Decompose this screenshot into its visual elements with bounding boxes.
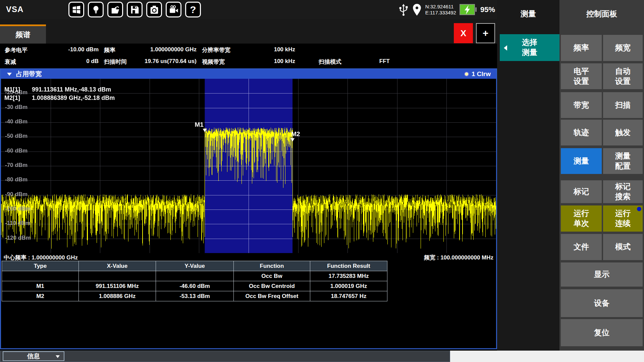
message-strip bbox=[0, 351, 450, 362]
info-dropdown[interactable]: 信息 bbox=[3, 351, 64, 361]
table-cell: 1.000019 GHz bbox=[310, 281, 387, 291]
table-cell bbox=[79, 271, 156, 281]
settings-bar: 参考电平 -10.00 dBm 频率 1.000000000 GHz 分辨率带宽… bbox=[0, 44, 497, 68]
sweep-mode-value[interactable]: FFT bbox=[356, 58, 390, 65]
bottom-bar: 信息 bbox=[0, 351, 644, 362]
gps-lat: N:32.924611 bbox=[425, 4, 456, 9]
y-tick-label: -50 dBm bbox=[5, 133, 28, 139]
marker-search-button[interactable]: 标记 搜索 bbox=[603, 180, 643, 203]
gps-lon: E:117.333492 bbox=[425, 10, 456, 15]
y-tick-label: -90 dBm bbox=[5, 191, 28, 198]
y-tick-label: -60 dBm bbox=[5, 147, 28, 154]
measure-menu-title: 测量 bbox=[497, 9, 559, 19]
marker2-readout-label: M2[1] bbox=[4, 95, 32, 102]
toolbar: ? bbox=[68, 2, 201, 17]
freq-value[interactable]: 1.000000000 GHz bbox=[133, 46, 197, 53]
ref-level-value[interactable]: -10.00 dBm bbox=[48, 46, 99, 53]
col-header-type: Type bbox=[2, 261, 79, 271]
table-cell: Occ Bw bbox=[234, 271, 310, 281]
table-cell bbox=[156, 271, 234, 281]
atten-label[interactable]: 衰减 bbox=[5, 58, 16, 66]
file-button[interactable]: 文件 bbox=[561, 234, 602, 260]
table-cell: 17.735283 MHz bbox=[310, 271, 387, 281]
sweep-time-value[interactable]: 19.76 us(770.64 us) bbox=[133, 58, 197, 65]
windows-icon[interactable] bbox=[68, 2, 84, 17]
control-panel-title: 控制面板 bbox=[559, 9, 644, 19]
measurement-panel: 占用带宽 1 Clrw -20 dBm-30 dBm-40 dBm-50 dBm… bbox=[0, 68, 497, 349]
tab-spectrum[interactable]: 频谱 bbox=[0, 24, 46, 44]
screenshot-icon[interactable] bbox=[146, 2, 162, 17]
back-arrow-icon bbox=[504, 45, 507, 51]
trace-legend: 1 Clrw bbox=[464, 70, 491, 78]
save-icon[interactable] bbox=[127, 2, 143, 17]
trigger-button[interactable]: 触发 bbox=[603, 120, 643, 145]
spectrum-chart: -20 dBm-30 dBm-40 dBm-50 dBm-60 dBm-70 d… bbox=[1, 79, 496, 253]
usb-icon bbox=[398, 3, 409, 16]
run-continuous-button[interactable]: 运行 连续 bbox=[603, 205, 643, 232]
select-measurement-label: 选择 测量 bbox=[522, 38, 537, 58]
measure-config-button[interactable]: 测量 配置 bbox=[603, 148, 643, 174]
y-tick-label: -40 dBm bbox=[5, 118, 28, 125]
table-cell bbox=[2, 271, 79, 281]
open-file-icon[interactable] bbox=[107, 2, 123, 17]
marker2-readout-value: 1.008886389 GHz,-52.18 dBm bbox=[32, 95, 115, 102]
rbw-label[interactable]: 分辨率带宽 bbox=[202, 46, 230, 54]
table-cell: Occ Bw Freq Offset bbox=[234, 291, 310, 301]
sweep-time-label[interactable]: 扫描时间 bbox=[104, 58, 127, 66]
vbw-value[interactable]: 100 kHz bbox=[248, 58, 295, 65]
tab-bar: 频谱 X + bbox=[0, 19, 497, 44]
span-button[interactable]: 频宽 bbox=[603, 35, 643, 61]
table-header-row: Type X-Value Y-Value Function Function R… bbox=[2, 261, 387, 271]
y-tick-label: -70 dBm bbox=[5, 162, 28, 169]
run-continuous-label: 运行 连续 bbox=[615, 208, 631, 229]
backlight-icon[interactable] bbox=[88, 2, 104, 17]
span-readout: 频宽 : 100.000000000 MHz bbox=[424, 254, 493, 261]
level-settings-button[interactable]: 电平 设置 bbox=[561, 63, 602, 89]
table-row: M2 1.008886 GHz -53.13 dBm Occ Bw Freq O… bbox=[2, 291, 387, 301]
help-icon[interactable]: ? bbox=[185, 2, 201, 17]
marker-button[interactable]: 标记 bbox=[561, 180, 602, 203]
record-icon[interactable] bbox=[166, 2, 181, 17]
collapse-icon[interactable] bbox=[7, 73, 12, 76]
y-tick-label: -100 dBm bbox=[5, 205, 31, 212]
run-single-button[interactable]: 运行 单次 bbox=[561, 205, 602, 232]
panel-header[interactable]: 占用带宽 1 Clrw bbox=[1, 69, 496, 79]
freq-button[interactable]: 频率 bbox=[561, 35, 602, 61]
marker1-readout-value: 991.113611 MHz,-48.13 dBm bbox=[32, 86, 111, 93]
col-header-function-result: Function Result bbox=[310, 261, 387, 271]
mode-button[interactable]: 模式 bbox=[603, 234, 643, 260]
atten-value[interactable]: 0 dB bbox=[48, 58, 99, 65]
app-logo: VSA bbox=[6, 5, 23, 14]
sweep-mode-label[interactable]: 扫描模式 bbox=[319, 58, 341, 66]
display-button[interactable]: 显示 bbox=[561, 262, 643, 287]
marker-readout: M1[1] 991.113611 MHz,-48.13 dBm M2[1] 1.… bbox=[4, 85, 115, 102]
device-button[interactable]: 设备 bbox=[561, 289, 643, 317]
control-panel-column: 控制面板 频率 频宽 电平 设置 自动 设置 带宽 扫描 轨迹 触发 测量 测量… bbox=[559, 0, 644, 351]
spectrum-canvas[interactable] bbox=[1, 79, 496, 253]
reset-button[interactable]: 复位 bbox=[561, 319, 643, 346]
col-header-yvalue: Y-Value bbox=[156, 261, 234, 271]
trace-button[interactable]: 轨迹 bbox=[561, 120, 602, 145]
close-tab-button[interactable]: X bbox=[454, 23, 473, 43]
y-tick-label: -120 dBm bbox=[5, 235, 31, 241]
table-cell: 18.747657 Hz bbox=[310, 291, 387, 301]
dropdown-caret-icon bbox=[56, 355, 60, 358]
select-measurement-button[interactable]: 选择 测量 bbox=[500, 34, 559, 61]
info-label: 信息 bbox=[27, 352, 40, 361]
freq-label[interactable]: 频率 bbox=[104, 46, 115, 54]
sweep-button[interactable]: 扫描 bbox=[603, 92, 643, 118]
table-cell: Occ Bw Centroid bbox=[234, 281, 310, 291]
gps-readout: N:32.924611 E:117.333492 bbox=[425, 4, 456, 15]
bandwidth-button[interactable]: 带宽 bbox=[561, 92, 602, 118]
add-tab-button[interactable]: + bbox=[476, 23, 495, 43]
ref-level-label[interactable]: 参考电平 bbox=[5, 46, 28, 54]
rbw-value[interactable]: 100 kHz bbox=[248, 46, 295, 53]
vbw-label[interactable]: 视频带宽 bbox=[202, 58, 225, 66]
battery-icon bbox=[460, 4, 477, 15]
table-cell: -53.13 dBm bbox=[156, 291, 234, 301]
y-tick-label: -110 dBm bbox=[5, 220, 31, 227]
battery-percent: 95% bbox=[480, 5, 495, 14]
auto-settings-button[interactable]: 自动 设置 bbox=[603, 63, 643, 89]
measure-button[interactable]: 测量 bbox=[561, 148, 602, 174]
table-row: M1 991.151106 MHz -46.60 dBm Occ Bw Cent… bbox=[2, 281, 387, 291]
